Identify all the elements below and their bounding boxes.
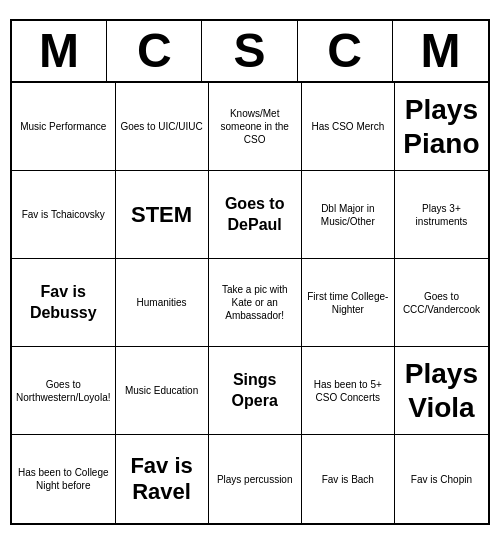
cell-text-12: Take a pic with Kate or an Ambassador! (213, 283, 297, 322)
bingo-cell-16: Music Education (116, 347, 209, 435)
bingo-cell-15: Goes to Northwestern/Loyola! (12, 347, 116, 435)
cell-text-18: Has been to 5+ CSO Concerts (306, 378, 390, 404)
bingo-cell-23: Fav is Bach (302, 435, 395, 523)
cell-text-22: Plays percussion (217, 473, 293, 486)
cell-text-21: Fav is Ravel (120, 453, 204, 506)
bingo-cell-8: Dbl Major in Music/Other (302, 171, 395, 259)
bingo-cell-9: Plays 3+ instruments (395, 171, 488, 259)
cell-text-20: Has been to College Night before (16, 466, 111, 492)
bingo-cell-2: Knows/Met someone in the CSO (209, 83, 302, 171)
bingo-cell-6: STEM (116, 171, 209, 259)
cell-text-1: Goes to UIC/UIUC (120, 120, 202, 133)
bingo-cell-21: Fav is Ravel (116, 435, 209, 523)
bingo-cell-20: Has been to College Night before (12, 435, 116, 523)
cell-text-24: Fav is Chopin (411, 473, 472, 486)
cell-text-13: First time College-Nighter (306, 290, 390, 316)
bingo-cell-12: Take a pic with Kate or an Ambassador! (209, 259, 302, 347)
header-letter-C-3: C (298, 21, 393, 82)
bingo-cell-18: Has been to 5+ CSO Concerts (302, 347, 395, 435)
bingo-cell-14: Goes to CCC/Vandercook (395, 259, 488, 347)
header-letter-M-4: M (393, 21, 488, 82)
bingo-cell-1: Goes to UIC/UIUC (116, 83, 209, 171)
bingo-cell-10: Fav is Debussy (12, 259, 116, 347)
bingo-cell-11: Humanities (116, 259, 209, 347)
header-letter-C-1: C (107, 21, 202, 82)
bingo-cell-13: First time College-Nighter (302, 259, 395, 347)
cell-text-0: Music Performance (20, 120, 106, 133)
bingo-cell-24: Fav is Chopin (395, 435, 488, 523)
cell-text-15: Goes to Northwestern/Loyola! (16, 378, 111, 404)
bingo-cell-22: Plays percussion (209, 435, 302, 523)
bingo-cell-7: Goes to DePaul (209, 171, 302, 259)
cell-text-23: Fav is Bach (322, 473, 374, 486)
cell-text-4: Plays Piano (399, 93, 484, 160)
bingo-cell-4: Plays Piano (395, 83, 488, 171)
bingo-cell-5: Fav is Tchaicovsky (12, 171, 116, 259)
cell-text-8: Dbl Major in Music/Other (306, 202, 390, 228)
cell-text-3: Has CSO Merch (311, 120, 384, 133)
bingo-cell-0: Music Performance (12, 83, 116, 171)
cell-text-7: Goes to DePaul (213, 194, 297, 236)
header-letter-S-2: S (202, 21, 297, 82)
cell-text-11: Humanities (137, 296, 187, 309)
bingo-grid: Music PerformanceGoes to UIC/UIUCKnows/M… (12, 83, 488, 523)
cell-text-14: Goes to CCC/Vandercook (399, 290, 484, 316)
cell-text-9: Plays 3+ instruments (399, 202, 484, 228)
cell-text-19: Plays Viola (399, 357, 484, 424)
cell-text-5: Fav is Tchaicovsky (22, 208, 105, 221)
cell-text-10: Fav is Debussy (16, 282, 111, 324)
bingo-cell-3: Has CSO Merch (302, 83, 395, 171)
cell-text-17: Sings Opera (213, 370, 297, 412)
cell-text-16: Music Education (125, 384, 198, 397)
bingo-cell-17: Sings Opera (209, 347, 302, 435)
bingo-card: MCSCM Music PerformanceGoes to UIC/UIUCK… (10, 19, 490, 526)
bingo-cell-19: Plays Viola (395, 347, 488, 435)
header-letter-M-0: M (12, 21, 107, 82)
cell-text-2: Knows/Met someone in the CSO (213, 107, 297, 146)
header-row: MCSCM (12, 21, 488, 84)
cell-text-6: STEM (131, 202, 192, 228)
